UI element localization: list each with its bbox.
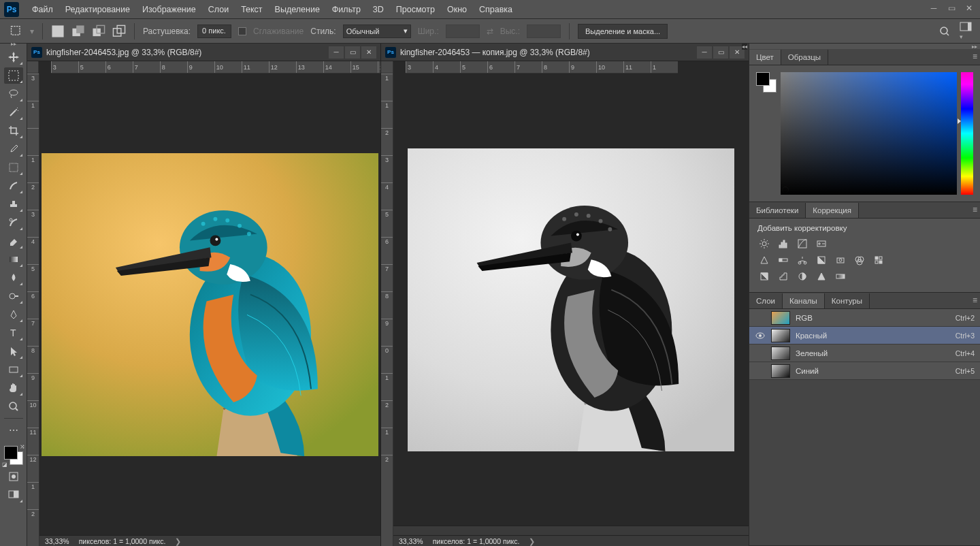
color-swatch[interactable]: ⤭ ◪: [3, 445, 24, 466]
doc2-scrollbar[interactable]: [393, 526, 749, 535]
doc2-ruler-vertical[interactable]: 112345678901212: [381, 74, 393, 546]
menu-view[interactable]: Просмотр: [390, 2, 441, 17]
move-tool[interactable]: [4, 49, 23, 65]
doc1-minimize-icon[interactable]: ─: [329, 46, 344, 59]
menu-window[interactable]: Окно: [441, 2, 473, 17]
clone-stamp-tool[interactable]: [4, 196, 23, 212]
hand-tool[interactable]: [4, 380, 23, 396]
tab-adjustments[interactable]: Коррекция: [806, 203, 859, 218]
adj-curves-icon[interactable]: [796, 238, 809, 250]
adj-hue-icon[interactable]: [777, 254, 790, 266]
adj-selectivecolor-icon[interactable]: [815, 270, 828, 283]
blur-tool[interactable]: [4, 270, 23, 286]
adj-bw-icon[interactable]: [815, 254, 828, 266]
adj-colorlookup-icon[interactable]: [872, 254, 885, 266]
doc2-ruler-horizontal[interactable]: 345678910111: [406, 61, 678, 74]
doc1-tab[interactable]: Ps kingfisher-2046453.jpg @ 33,3% (RGB/8…: [27, 44, 380, 61]
eyedropper-tool[interactable]: [4, 141, 23, 157]
frame-tool[interactable]: [4, 159, 23, 176]
type-tool[interactable]: T: [4, 325, 23, 341]
select-and-mask-button[interactable]: Выделение и маска...: [578, 24, 668, 39]
adj-brightness-icon[interactable]: [757, 238, 771, 250]
foreground-color[interactable]: [4, 446, 18, 460]
menu-3d[interactable]: 3D: [367, 2, 390, 17]
menu-select[interactable]: Выделение: [269, 2, 326, 17]
crop-tool[interactable]: [4, 123, 23, 139]
adj-levels-icon[interactable]: [777, 238, 790, 250]
lasso-tool[interactable]: [4, 86, 23, 102]
swap-colors-icon[interactable]: ⤭: [20, 443, 25, 450]
menu-text[interactable]: Текст: [235, 2, 268, 17]
visibility-icon[interactable]: [755, 330, 766, 341]
doc2-maximize-icon[interactable]: ▭: [713, 46, 728, 59]
docs-collapse-icon[interactable]: ◂◂: [742, 44, 747, 50]
adj-exposure-icon[interactable]: [815, 238, 828, 250]
adj-gradientmap-icon[interactable]: [834, 270, 847, 283]
history-brush-tool[interactable]: [4, 214, 23, 231]
pen-tool[interactable]: [4, 306, 23, 323]
panels-collapse-icon[interactable]: ▸▸: [749, 44, 980, 49]
doc2-zoom[interactable]: 33,33%: [399, 537, 423, 545]
adj-vibrance-icon[interactable]: [757, 254, 771, 266]
gradient-tool[interactable]: [4, 251, 23, 268]
doc1-info[interactable]: пикселов: 1 = 1,0000 пикс.: [79, 537, 166, 545]
channels-panel-menu-icon[interactable]: ≡: [973, 295, 977, 305]
color-field[interactable]: [781, 72, 957, 195]
dodge-tool[interactable]: [4, 288, 23, 304]
eraser-tool[interactable]: [4, 233, 23, 249]
search-icon[interactable]: [939, 26, 950, 37]
style-select[interactable]: Обычный▾: [343, 25, 411, 38]
menu-edit[interactable]: Редактирование: [59, 2, 136, 17]
rectangle-tool[interactable]: [4, 362, 23, 378]
doc1-info-arrow-icon[interactable]: ❯: [175, 537, 181, 545]
tab-paths[interactable]: Контуры: [825, 293, 870, 308]
doc1-ruler-horizontal[interactable]: 35678910111213141516: [51, 61, 380, 74]
toolbox-expand-icon[interactable]: ▸▸: [0, 41, 27, 46]
adj-threshold-icon[interactable]: [796, 270, 809, 283]
tab-layers[interactable]: Слои: [749, 293, 783, 308]
feather-input[interactable]: 0 пикс.: [197, 25, 231, 38]
quickmask-icon[interactable]: [4, 468, 23, 485]
doc1-ruler-vertical[interactable]: 3112345678910111212: [27, 74, 39, 546]
tab-channels[interactable]: Каналы: [783, 293, 825, 308]
adj-invert-icon[interactable]: [757, 270, 771, 283]
tab-color[interactable]: Цвет: [749, 50, 781, 65]
minimize-icon[interactable]: ─: [926, 1, 942, 15]
screen-mode-icon[interactable]: [4, 487, 23, 503]
tab-libraries[interactable]: Библиотеки: [749, 203, 806, 218]
channel-row-red[interactable]: Красный Ctrl+3: [749, 327, 980, 344]
menu-image[interactable]: Изображение: [136, 2, 202, 17]
doc2-info-arrow-icon[interactable]: ❯: [529, 537, 535, 545]
edit-toolbar-icon[interactable]: ⋯: [4, 422, 23, 438]
visibility-icon[interactable]: [755, 366, 766, 376]
doc2-canvas[interactable]: [408, 148, 734, 451]
adj-colorbalance-icon[interactable]: [796, 254, 809, 266]
magic-wand-tool[interactable]: [4, 104, 23, 121]
channel-row-green[interactable]: Зеленый Ctrl+4: [749, 344, 980, 362]
add-selection-icon[interactable]: [71, 25, 85, 38]
brush-tool[interactable]: [4, 178, 23, 194]
channel-row-rgb[interactable]: RGB Ctrl+2: [749, 309, 980, 327]
doc2-minimize-icon[interactable]: ─: [697, 46, 712, 59]
color-panel-menu-icon[interactable]: ≡: [973, 52, 977, 61]
menu-layers[interactable]: Слои: [202, 2, 235, 17]
hue-slider[interactable]: [961, 72, 973, 195]
default-colors-icon[interactable]: ◪: [2, 462, 7, 468]
maximize-icon[interactable]: ▭: [943, 1, 960, 15]
adj-panel-menu-icon[interactable]: ≡: [973, 205, 977, 214]
menu-filter[interactable]: Фильтр: [326, 2, 367, 17]
channel-row-blue[interactable]: Синий Ctrl+5: [749, 362, 980, 380]
doc2-info[interactable]: пикселов: 1 = 1,0000 пикс.: [433, 537, 520, 545]
visibility-icon[interactable]: [755, 312, 766, 323]
menu-help[interactable]: Справка: [473, 2, 519, 17]
intersect-selection-icon[interactable]: [112, 25, 126, 38]
zoom-tool[interactable]: [4, 398, 23, 415]
close-icon[interactable]: ✕: [961, 1, 977, 15]
visibility-icon[interactable]: [755, 348, 766, 359]
adj-channelmixer-icon[interactable]: [853, 254, 866, 266]
path-selection-tool[interactable]: [4, 343, 23, 359]
adj-photofilter-icon[interactable]: [834, 254, 847, 266]
color-panel-swatch[interactable]: [756, 72, 777, 93]
subtract-selection-icon[interactable]: [92, 25, 105, 38]
workspace-icon[interactable]: ▾: [960, 22, 972, 41]
